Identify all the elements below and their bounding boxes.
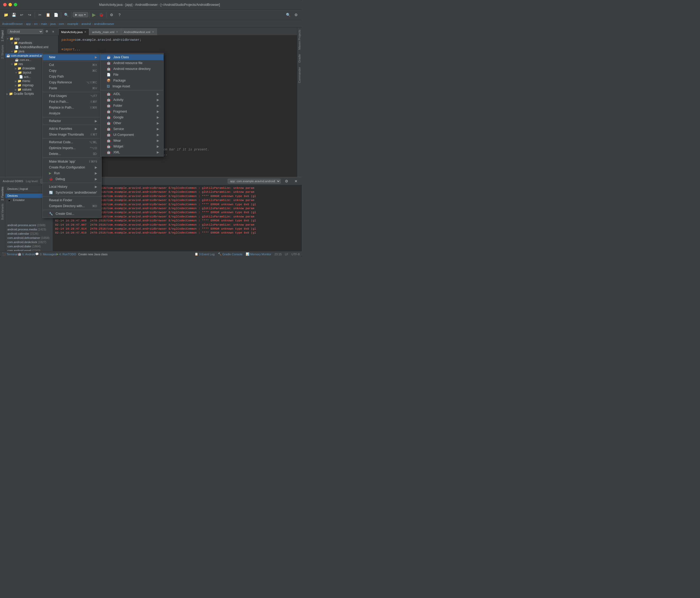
menu-item-reformat[interactable]: Reformat Code... ⌥⌘L bbox=[43, 139, 101, 145]
settings-icon-btn[interactable]: ⚙ bbox=[292, 11, 300, 19]
tab-androidmanifest[interactable]: AndroidManifest.xml ✕ bbox=[121, 28, 157, 35]
menu-item-paste[interactable]: Paste ⌘V bbox=[43, 85, 101, 91]
submenu-folder[interactable]: 🤖 Folder ▶ bbox=[100, 103, 164, 108]
sidebar-settings-btn[interactable]: ⚙ bbox=[44, 29, 50, 34]
commander-tab[interactable]: Commander bbox=[297, 65, 302, 85]
submenu-wear[interactable]: 🤖 Wear ▶ bbox=[100, 138, 164, 144]
terminal-btn[interactable]: ⬛ Terminal bbox=[2, 252, 18, 256]
tab-close-activity-main[interactable]: ✕ bbox=[116, 30, 118, 33]
menu-item-synchronize[interactable]: 🔄 Synchronize 'androidbrowser' bbox=[43, 190, 101, 196]
breadcrumb-item-6[interactable]: example bbox=[67, 22, 78, 25]
menu-item-debug[interactable]: 🐞 Debug ▶ bbox=[43, 176, 101, 182]
gradle-console-btn[interactable]: 🔨 Gradle Console bbox=[218, 252, 243, 256]
toolbar-cut-btn[interactable]: ✂ bbox=[36, 11, 44, 19]
submenu-image-asset[interactable]: 🖼 Image Asset bbox=[100, 83, 164, 89]
bottom-settings-btn[interactable]: ⚙ bbox=[283, 177, 290, 185]
menu-item-compare-dir[interactable]: Compare Directory with... ⌘D bbox=[43, 203, 101, 209]
maximize-button[interactable] bbox=[14, 3, 17, 6]
run-button[interactable]: ▶ bbox=[91, 12, 97, 18]
submenu-package[interactable]: 📦 Package bbox=[100, 78, 164, 83]
menu-item-create-gist[interactable]: 🔧 Create Gist... bbox=[43, 211, 101, 217]
tree-item-manifests[interactable]: ▼ 📁 manifests bbox=[5, 41, 58, 45]
build-variants-tab[interactable]: Build Variants bbox=[1, 202, 4, 221]
breadcrumb-item-4[interactable]: java bbox=[50, 22, 56, 25]
menu-item-new[interactable]: New ▶ bbox=[43, 54, 101, 60]
toolbar-copy-btn[interactable]: 📋 bbox=[44, 11, 52, 19]
submenu-android-resource-file[interactable]: 🤖 Android resource file bbox=[100, 60, 164, 66]
toolbar-undo-btn[interactable]: ↩ bbox=[18, 11, 25, 19]
submenu-file[interactable]: 📄 File bbox=[100, 72, 164, 78]
menu-item-local-history[interactable]: Local History ▶ bbox=[43, 184, 101, 190]
memory-monitor-btn[interactable]: 📊 Memory Monitor bbox=[246, 252, 271, 256]
tree-item-androidmanifest[interactable]: 📄 AndroidManifest.xml bbox=[5, 45, 58, 49]
minimize-button[interactable] bbox=[8, 3, 12, 6]
process-item-4[interactable]: com.android.defcontainer (1658) bbox=[5, 236, 53, 240]
menu-item-add-favorites[interactable]: Add to Favorites ▶ bbox=[43, 126, 101, 132]
tab-mainactivity[interactable]: MainActivity.java ✕ bbox=[58, 28, 89, 35]
toolbar-save-btn[interactable]: 💾 bbox=[10, 11, 18, 19]
process-item-2[interactable]: android.process.media (1423) bbox=[5, 227, 53, 231]
settings-button[interactable]: ⚙ bbox=[108, 11, 115, 19]
process-item-7[interactable]: com.android.email (2163) bbox=[5, 248, 53, 251]
process-item-3[interactable]: android.calendar (2126) bbox=[5, 231, 53, 236]
menu-item-delete[interactable]: Delete... ⌦ bbox=[43, 151, 101, 157]
maven-projects-tab[interactable]: Maven Projects bbox=[297, 28, 302, 52]
submenu-google[interactable]: 🤖 Google ▶ bbox=[100, 115, 164, 120]
menu-item-analyze[interactable]: Analyze bbox=[43, 110, 101, 116]
toolbar-redo-btn[interactable]: ↪ bbox=[26, 11, 33, 19]
app-filter-select[interactable]: app: com.example.aravind.androidbrowser bbox=[228, 179, 281, 183]
menu-item-find-usages[interactable]: Find Usages ⌥F7 bbox=[43, 93, 101, 99]
toolbar-open-btn[interactable]: 📁 bbox=[2, 11, 9, 19]
tree-item-app[interactable]: ▼ 📁 app bbox=[5, 36, 58, 41]
help-button[interactable]: ? bbox=[116, 11, 123, 19]
search-everywhere-btn[interactable]: 🔍 bbox=[284, 11, 292, 19]
breadcrumb-item-2[interactable]: src bbox=[34, 22, 38, 25]
module-selector[interactable]: Android bbox=[7, 29, 43, 34]
close-button[interactable] bbox=[3, 3, 7, 6]
menu-item-copy-reference[interactable]: Copy Reference ⌥⇧⌘C bbox=[43, 79, 101, 85]
submenu-service[interactable]: 🤖 Service ▶ bbox=[100, 126, 164, 132]
menu-item-create-run-config[interactable]: Create Run Configuration ▶ bbox=[43, 165, 101, 170]
gradle-tab[interactable]: Gradle bbox=[297, 52, 302, 65]
android-btn[interactable]: 🤖 6: Android bbox=[18, 252, 35, 256]
tab-activity-main-xml[interactable]: activity_main.xml ✕ bbox=[89, 28, 121, 35]
menu-item-optimize-imports[interactable]: Optimize Imports... ^⌥O bbox=[43, 145, 101, 151]
breadcrumb-item-0[interactable]: AndroidBrowser bbox=[2, 22, 23, 25]
tab-close-manifest[interactable]: ✕ bbox=[152, 30, 154, 33]
bottom-close-btn[interactable]: ✕ bbox=[292, 177, 300, 185]
menu-item-make-module[interactable]: Make Module 'app' ⇧⌘F9 bbox=[43, 159, 101, 165]
menu-item-replace-in-path[interactable]: Replace in Path... ⇧⌘R bbox=[43, 105, 101, 110]
menu-item-find-in-path[interactable]: Find in Path... ⇧⌘F bbox=[43, 99, 101, 105]
tab-close-mainactivity[interactable]: ✕ bbox=[84, 30, 86, 33]
menu-item-cut[interactable]: Cut ⌘X bbox=[43, 62, 101, 68]
submenu-other[interactable]: 🤖 Other ▶ bbox=[100, 120, 164, 126]
toolbar-paste-btn[interactable]: 📄 bbox=[52, 11, 59, 19]
menu-item-run[interactable]: ▶ Run ▶ bbox=[43, 170, 101, 176]
process-item-1[interactable]: android.process.acore (1568) bbox=[5, 223, 53, 227]
structure-tab[interactable]: 2: Structure bbox=[1, 44, 4, 60]
menu-item-reveal-finder[interactable]: Reveal in Finder bbox=[43, 197, 101, 203]
process-item-5[interactable]: com.android.deskclock (1827) bbox=[5, 240, 53, 244]
submenu-android-resource-dir[interactable]: 🤖 Android resource directory bbox=[100, 66, 164, 72]
project-tab[interactable]: 1: Project bbox=[1, 29, 4, 43]
process-item-6[interactable]: com.android.dialer (1864) bbox=[5, 244, 53, 248]
breadcrumb-item-5[interactable]: com bbox=[59, 22, 64, 25]
favorites-tab[interactable]: 2: Favorites bbox=[1, 185, 4, 202]
submenu-aidl[interactable]: 🤖 AIDL ▶ bbox=[100, 91, 164, 97]
submenu-widget[interactable]: 🤖 Widget ▶ bbox=[100, 144, 164, 149]
submenu-xml[interactable]: 🤖 XML ▶ bbox=[100, 149, 164, 155]
sidebar-collapse-btn[interactable]: ≡ bbox=[51, 29, 56, 34]
menu-item-copy[interactable]: Copy ⌘C bbox=[43, 68, 101, 74]
submenu-fragment[interactable]: 🤖 Fragment ▶ bbox=[100, 108, 164, 115]
app-selector[interactable]: ▶ app ▾ bbox=[73, 12, 88, 17]
menu-item-refactor[interactable]: Refactor ▶ bbox=[43, 118, 101, 124]
breadcrumb-item-1[interactable]: app bbox=[26, 22, 31, 25]
submenu-new[interactable]: ☕ Java Class 🤖 Android resource file 🤖 A… bbox=[100, 53, 164, 156]
debug-button[interactable]: 🐞 bbox=[97, 11, 105, 19]
menu-item-show-thumbnails[interactable]: Show Image Thumbnails ⇧⌘T bbox=[43, 132, 101, 138]
run-btn[interactable]: ▶ 4: Run bbox=[56, 252, 68, 256]
context-menu[interactable]: New ▶ Cut ⌘X Copy ⌘C Copy Path Copy Refe… bbox=[42, 53, 102, 218]
toolbar-find-btn[interactable]: 🔍 bbox=[62, 11, 70, 19]
breadcrumb-item-3[interactable]: main bbox=[41, 22, 47, 25]
submenu-ui-component[interactable]: 🤖 UI Component ▶ bbox=[100, 132, 164, 138]
